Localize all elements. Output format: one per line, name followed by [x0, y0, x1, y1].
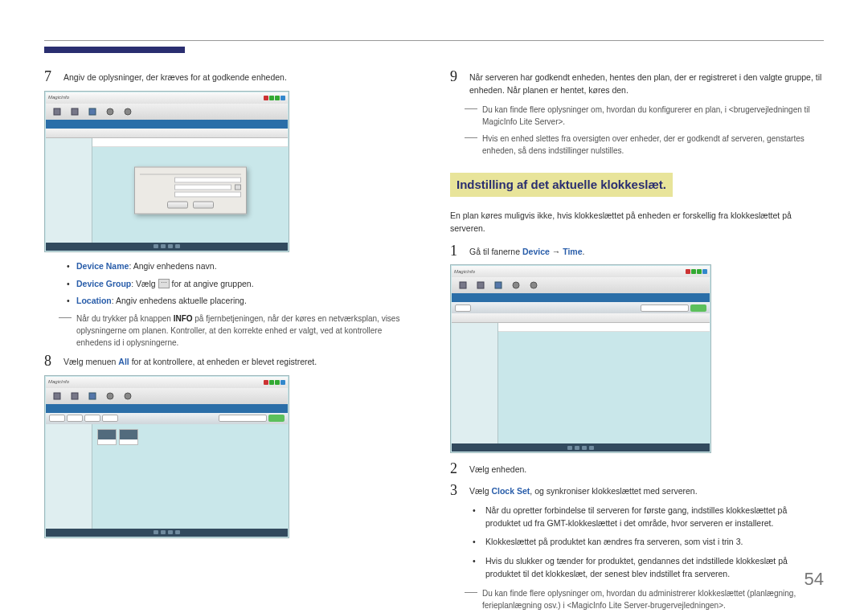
- sub-tabs: [46, 404, 288, 413]
- field-bullets: Device Name: Angiv enhedens navn. Device…: [67, 260, 418, 308]
- nav-icon: [123, 391, 133, 401]
- dialog-title: [140, 172, 241, 174]
- step-text: Gå til fanerne Device → Time.: [469, 243, 824, 259]
- step-8: 8 Vælg menuen All for at kontrollere, at…: [44, 353, 418, 369]
- svg-rect-6: [72, 393, 78, 399]
- approve-dialog: [134, 166, 247, 214]
- status-indicators: [264, 96, 285, 100]
- action-bar: [452, 302, 710, 313]
- nav-icon: [88, 391, 97, 401]
- bullet: Når du opretter forbindelse til serveren…: [473, 505, 824, 530]
- note-info: Når du trykker på knappen INFO på fjernb…: [59, 313, 418, 349]
- nav-icon: [458, 280, 468, 290]
- nav-icon: [529, 280, 538, 290]
- status-indicators: [264, 380, 285, 385]
- cancel-button: [193, 201, 214, 208]
- section-title: Indstilling af det aktuelle klokkeslæt.: [450, 173, 673, 198]
- sub-tabs: [452, 293, 710, 302]
- device-card: [97, 429, 117, 445]
- nav-icon: [123, 107, 133, 116]
- status-indicators: [686, 269, 707, 274]
- step-text: Vælg menuen All for at kontrollere, at e…: [63, 353, 418, 369]
- label: Device Name: [76, 261, 129, 271]
- left-column: 7 Angiv de oplysninger, der kræves for a…: [44, 69, 418, 613]
- svg-rect-12: [495, 282, 502, 288]
- svg-rect-0: [54, 108, 60, 115]
- browse-icon: [158, 279, 170, 288]
- table-header: [46, 129, 288, 138]
- step-7: 7 Angiv de oplysninger, der kræves for a…: [44, 69, 418, 84]
- bullet: Hvis du slukker og tænder for produktet,…: [473, 555, 824, 581]
- sub-tabs: [46, 120, 288, 129]
- step-number: 8: [44, 353, 55, 368]
- screenshot-time-tab: MagicInfo: [450, 264, 824, 453]
- svg-rect-5: [54, 393, 60, 399]
- action-bar: [46, 413, 288, 424]
- dash-icon: [465, 592, 477, 593]
- nav-icon: [70, 107, 80, 116]
- step-number: 9: [450, 69, 461, 84]
- bullet-device-name: Device Name: Angiv enhedens navn.: [67, 260, 418, 273]
- content-columns: 7 Angiv de oplysninger, der kræves for a…: [44, 69, 824, 613]
- search-input: [641, 304, 689, 312]
- chapter-accent-bar: [44, 47, 185, 53]
- note-9b: Hvis en enhed slettes fra oversigten ove…: [465, 133, 824, 157]
- step-text: Angiv de oplysninger, der kræves for at …: [63, 69, 418, 84]
- bottom-bar: [46, 243, 288, 251]
- step-9: 9 Når serveren har godkendt enheden, hen…: [450, 69, 824, 97]
- toolbar: [452, 277, 710, 293]
- toolbar: [46, 388, 288, 404]
- svg-rect-7: [89, 393, 96, 399]
- page-number: 54: [805, 566, 824, 592]
- svg-point-8: [107, 393, 113, 399]
- browse-button-icon: [235, 184, 241, 190]
- nav-icon: [493, 280, 503, 290]
- search-button: [268, 415, 285, 422]
- note-bottom: Du kan finde flere oplysninger om, hvord…: [465, 587, 824, 611]
- svg-rect-2: [89, 108, 96, 115]
- app-logo: MagicInfo: [454, 268, 475, 276]
- svg-point-4: [125, 108, 131, 115]
- note-9a: Du kan finde flere oplysninger om, hvord…: [465, 104, 824, 128]
- right-column: 9 Når serveren har godkendt enheden, hen…: [450, 69, 824, 613]
- nav-icon: [52, 107, 62, 116]
- bullet-device-group: Device Group: Vælg for at angive gruppen…: [67, 278, 418, 291]
- step-number: 1: [450, 243, 461, 258]
- step-text: Når serveren har godkendt enheden, hente…: [469, 69, 824, 97]
- search-button: [690, 304, 706, 312]
- main-area: [92, 138, 288, 243]
- search-input: [219, 415, 267, 422]
- sidebar: [46, 138, 92, 243]
- nav-icon: [105, 107, 115, 116]
- svg-rect-10: [460, 282, 466, 288]
- dash-icon: [59, 317, 72, 318]
- svg-point-13: [513, 282, 519, 288]
- nav-icon: [476, 280, 485, 290]
- label: Device Group: [76, 279, 131, 288]
- sidebar: [452, 323, 498, 443]
- step-number: 2: [450, 461, 461, 476]
- label: Location: [76, 296, 112, 305]
- step-3: 3 Vælg Clock Set, og synkroniser klokkes…: [450, 483, 824, 498]
- clock-bullets: Når du opretter forbindelse til serveren…: [473, 505, 824, 581]
- svg-rect-1: [72, 108, 78, 115]
- bullet: Klokkeslættet på produktet kan ændres fr…: [473, 536, 824, 549]
- step-number: 3: [450, 483, 461, 497]
- dash-icon: [465, 108, 477, 109]
- toolbar: [46, 104, 288, 120]
- step-2: 2 Vælg enheden.: [450, 461, 824, 476]
- top-rule: [44, 40, 824, 41]
- ok-button: [167, 201, 188, 208]
- app-logo: MagicInfo: [48, 378, 69, 386]
- step-text: Vælg enheden.: [469, 461, 824, 476]
- nav-icon: [105, 391, 115, 401]
- nav-icon: [52, 391, 62, 401]
- nav-icon: [70, 391, 80, 401]
- step-number: 7: [44, 69, 55, 84]
- svg-point-9: [125, 393, 131, 399]
- app-logo: MagicInfo: [48, 94, 69, 101]
- bullet-location: Location: Angiv enhedens aktuelle placer…: [67, 295, 418, 308]
- svg-rect-11: [477, 282, 484, 288]
- main-area: [498, 323, 710, 443]
- device-card: [119, 429, 138, 445]
